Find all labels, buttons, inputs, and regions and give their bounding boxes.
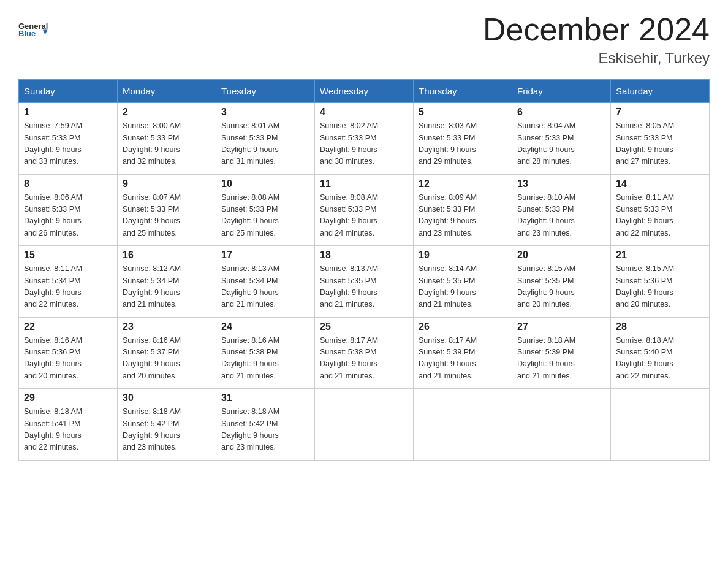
day-number: 21	[616, 250, 704, 261]
day-cell-16: 16 Sunrise: 8:12 AM Sunset: 5:34 PM Dayl…	[118, 246, 216, 318]
day-info: Sunrise: 8:08 AM Sunset: 5:33 PM Dayligh…	[320, 192, 408, 240]
daylight-label: Daylight: 9 hours	[221, 216, 279, 225]
daylight-minutes: and 26 minutes.	[24, 229, 78, 237]
day-number: 24	[221, 321, 309, 332]
day-number: 27	[517, 321, 605, 332]
daylight-minutes: and 29 minutes.	[419, 157, 473, 166]
daylight-label: Daylight: 9 hours	[320, 145, 377, 154]
daylight-label: Daylight: 9 hours	[221, 288, 279, 297]
day-cell-21: 21 Sunrise: 8:15 AM Sunset: 5:36 PM Dayl…	[611, 246, 710, 318]
day-cell-24: 24 Sunrise: 8:16 AM Sunset: 5:38 PM Dayl…	[216, 317, 315, 389]
day-cell-9: 9 Sunrise: 8:07 AM Sunset: 5:33 PM Dayli…	[118, 174, 216, 246]
daylight-label: Daylight: 9 hours	[616, 216, 673, 225]
sunrise-label: Sunrise: 8:04 AM	[517, 121, 575, 130]
sunrise-label: Sunrise: 8:18 AM	[517, 336, 575, 345]
day-number: 12	[419, 178, 507, 190]
daylight-label: Daylight: 9 hours	[123, 431, 180, 440]
day-info: Sunrise: 8:05 AM Sunset: 5:33 PM Dayligh…	[616, 120, 704, 168]
daylight-label: Daylight: 9 hours	[517, 216, 575, 225]
month-title: December 2024	[483, 12, 710, 47]
day-number: 20	[517, 250, 605, 261]
sunrise-label: Sunrise: 8:11 AM	[616, 193, 674, 202]
sunset-label: Sunset: 5:33 PM	[517, 134, 574, 142]
day-cell-8: 8 Sunrise: 8:06 AM Sunset: 5:33 PM Dayli…	[19, 174, 118, 246]
sunrise-label: Sunrise: 8:18 AM	[24, 407, 82, 416]
sunset-label: Sunset: 5:36 PM	[24, 348, 80, 356]
day-number: 11	[320, 178, 408, 190]
sunrise-label: Sunrise: 8:01 AM	[221, 121, 279, 130]
day-number: 28	[616, 321, 704, 332]
daylight-minutes: and 22 minutes.	[24, 443, 78, 451]
day-info: Sunrise: 8:01 AM Sunset: 5:33 PM Dayligh…	[221, 120, 309, 168]
daylight-label: Daylight: 9 hours	[123, 145, 180, 154]
sunset-label: Sunset: 5:33 PM	[616, 134, 672, 142]
sunset-label: Sunset: 5:33 PM	[419, 205, 475, 213]
day-info: Sunrise: 8:02 AM Sunset: 5:33 PM Dayligh…	[320, 120, 408, 168]
sunrise-label: Sunrise: 8:08 AM	[320, 193, 378, 202]
logo-image: General Blue	[18, 12, 52, 46]
day-info: Sunrise: 8:16 AM Sunset: 5:37 PM Dayligh…	[123, 335, 211, 383]
daylight-label: Daylight: 9 hours	[221, 359, 279, 368]
daylight-label: Daylight: 9 hours	[123, 288, 180, 297]
sunrise-label: Sunrise: 8:18 AM	[616, 336, 674, 345]
daylight-label: Daylight: 9 hours	[24, 216, 82, 225]
sunset-label: Sunset: 5:33 PM	[221, 205, 278, 213]
day-info: Sunrise: 8:18 AM Sunset: 5:41 PM Dayligh…	[24, 406, 112, 454]
day-number: 3	[221, 107, 309, 118]
daylight-minutes: and 20 minutes.	[24, 372, 78, 380]
daylight-label: Daylight: 9 hours	[320, 288, 377, 297]
sunset-label: Sunset: 5:40 PM	[616, 348, 672, 356]
day-info: Sunrise: 8:09 AM Sunset: 5:33 PM Dayligh…	[419, 192, 507, 240]
day-number: 29	[24, 393, 112, 404]
daylight-label: Daylight: 9 hours	[221, 145, 279, 154]
day-info: Sunrise: 8:10 AM Sunset: 5:33 PM Dayligh…	[517, 192, 605, 240]
day-info: Sunrise: 8:16 AM Sunset: 5:38 PM Dayligh…	[221, 335, 309, 383]
daylight-label: Daylight: 9 hours	[517, 145, 575, 154]
daylight-minutes: and 22 minutes.	[24, 300, 78, 308]
day-number: 1	[24, 107, 112, 118]
day-number: 19	[419, 250, 507, 261]
day-cell-23: 23 Sunrise: 8:16 AM Sunset: 5:37 PM Dayl…	[118, 317, 216, 389]
daylight-minutes: and 21 minutes.	[419, 372, 473, 380]
daylight-label: Daylight: 9 hours	[24, 145, 82, 154]
sunset-label: Sunset: 5:39 PM	[517, 348, 574, 356]
day-number: 10	[221, 178, 309, 190]
day-number: 7	[616, 107, 704, 118]
day-info: Sunrise: 7:59 AM Sunset: 5:33 PM Dayligh…	[24, 120, 112, 168]
day-number: 14	[616, 178, 704, 190]
daylight-minutes: and 25 minutes.	[221, 229, 276, 237]
week-row-1: 1 Sunrise: 7:59 AM Sunset: 5:33 PM Dayli…	[19, 103, 710, 175]
sunrise-label: Sunrise: 8:18 AM	[221, 407, 279, 416]
sunset-label: Sunset: 5:33 PM	[320, 134, 376, 142]
daylight-minutes: and 21 minutes.	[221, 372, 276, 380]
day-cell-4: 4 Sunrise: 8:02 AM Sunset: 5:33 PM Dayli…	[315, 103, 414, 175]
day-number: 5	[419, 107, 507, 118]
sunrise-label: Sunrise: 8:03 AM	[419, 121, 477, 130]
sunset-label: Sunset: 5:39 PM	[419, 348, 475, 356]
logo: General Blue	[18, 12, 52, 46]
day-number: 6	[517, 107, 605, 118]
day-cell-11: 11 Sunrise: 8:08 AM Sunset: 5:33 PM Dayl…	[315, 174, 414, 246]
daylight-minutes: and 27 minutes.	[616, 157, 670, 166]
sunrise-label: Sunrise: 8:13 AM	[221, 264, 279, 273]
day-number: 16	[123, 250, 211, 261]
day-info: Sunrise: 8:07 AM Sunset: 5:33 PM Dayligh…	[123, 192, 211, 240]
weekday-thursday: Thursday	[414, 80, 512, 103]
daylight-minutes: and 23 minutes.	[517, 229, 572, 237]
day-cell-22: 22 Sunrise: 8:16 AM Sunset: 5:36 PM Dayl…	[19, 317, 118, 389]
sunrise-label: Sunrise: 8:15 AM	[616, 264, 674, 273]
svg-marker-1	[43, 30, 48, 35]
week-row-4: 22 Sunrise: 8:16 AM Sunset: 5:36 PM Dayl…	[19, 317, 710, 389]
day-cell-20: 20 Sunrise: 8:15 AM Sunset: 5:35 PM Dayl…	[512, 246, 611, 318]
day-number: 17	[221, 250, 309, 261]
day-cell-13: 13 Sunrise: 8:10 AM Sunset: 5:33 PM Dayl…	[512, 174, 611, 246]
daylight-label: Daylight: 9 hours	[616, 359, 673, 368]
day-info: Sunrise: 8:11 AM Sunset: 5:33 PM Dayligh…	[616, 192, 704, 240]
sunset-label: Sunset: 5:42 PM	[221, 419, 278, 428]
day-info: Sunrise: 8:04 AM Sunset: 5:33 PM Dayligh…	[517, 120, 605, 168]
daylight-label: Daylight: 9 hours	[24, 288, 82, 297]
sunrise-label: Sunrise: 8:16 AM	[24, 336, 82, 345]
daylight-label: Daylight: 9 hours	[616, 145, 673, 154]
day-info: Sunrise: 8:18 AM Sunset: 5:40 PM Dayligh…	[616, 335, 704, 383]
day-cell-10: 10 Sunrise: 8:08 AM Sunset: 5:33 PM Dayl…	[216, 174, 315, 246]
